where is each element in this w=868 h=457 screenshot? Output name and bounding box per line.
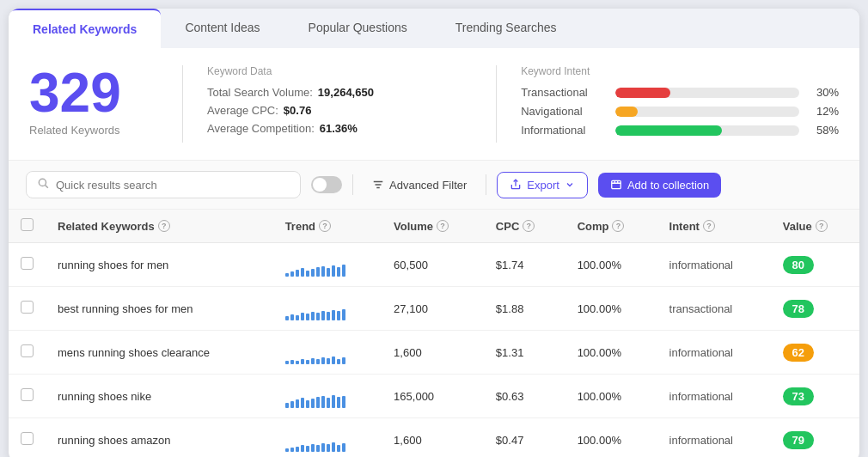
avg-cpc-label: Average CPC:	[207, 104, 278, 117]
header-checkbox[interactable]	[21, 218, 34, 231]
intent-bar-bg-2	[615, 125, 799, 136]
row-checkbox-0[interactable]	[21, 257, 34, 270]
trend-bar-6	[316, 397, 320, 408]
toggle-switch[interactable]	[311, 176, 342, 193]
trend-bar-7	[321, 266, 325, 277]
trend-bar-4	[306, 271, 309, 277]
intent-bar-bg-0	[615, 88, 799, 98]
trend-bar-1	[290, 448, 294, 452]
row-checkbox-cell	[9, 331, 46, 375]
trend-bar-10	[337, 445, 340, 452]
trend-bar-1	[290, 360, 294, 364]
row-intent-0: informational	[657, 243, 771, 287]
trend-bar-5	[311, 444, 315, 452]
keyword-count-block: 329 Related Keywords	[29, 65, 158, 143]
add-to-collection-button[interactable]: Add to collection	[598, 173, 721, 198]
row-volume-4: 1,600	[382, 418, 484, 458]
table-header-row: Related Keywords ? Trend ? Volume	[9, 210, 859, 243]
trend-bar-1	[290, 401, 294, 408]
search-input[interactable]	[56, 179, 290, 192]
trend-bar-0	[285, 448, 289, 452]
row-cpc-3: $0.63	[484, 375, 565, 418]
row-checkbox-cell	[9, 243, 46, 287]
trend-bar-6	[316, 359, 320, 364]
row-intent-4: informational	[657, 418, 771, 458]
keyword-data-block: Keyword Data Total Search Volume: 19,264…	[207, 65, 472, 143]
advanced-filter-label: Advanced Filter	[389, 179, 467, 192]
row-checkbox-1[interactable]	[21, 301, 34, 314]
th-intent: Intent ?	[657, 210, 771, 243]
row-keyword-1: best running shoes for men	[46, 287, 273, 331]
value-badge-0: 80	[783, 256, 814, 274]
row-value-4: 79	[771, 418, 859, 458]
row-comp-2: 100.00%	[565, 331, 657, 375]
th-comp-help-icon[interactable]: ?	[612, 220, 624, 232]
row-intent-1: transactional	[657, 287, 771, 331]
svg-line-1	[46, 186, 48, 188]
keyword-count-label: Related Keywords	[29, 124, 158, 137]
tab-popular-questions[interactable]: Popular Questions	[284, 9, 431, 48]
trend-bar-4	[306, 314, 309, 320]
trend-bar-8	[327, 268, 330, 277]
th-volume-help-icon[interactable]: ?	[437, 220, 449, 232]
row-cpc-2: $1.31	[484, 331, 565, 375]
trend-bar-7	[321, 357, 325, 364]
intent-pct-2: 58%	[808, 124, 839, 137]
search-wrap[interactable]	[26, 171, 301, 198]
trend-bar-7	[321, 443, 325, 452]
row-value-1: 78	[771, 287, 859, 331]
avg-cpc-value: $0.76	[284, 104, 312, 117]
row-checkbox-2[interactable]	[21, 344, 34, 357]
tab-trending-searches[interactable]: Trending Searches	[431, 9, 581, 48]
trend-bar-0	[285, 361, 289, 364]
export-button[interactable]: Export	[497, 172, 588, 198]
th-intent-help-icon[interactable]: ?	[703, 220, 715, 232]
tab-bar: Related Keywords Content Ideas Popular Q…	[9, 9, 859, 48]
row-keyword-3: running shoes nike	[46, 375, 273, 418]
th-comp: Comp ?	[565, 210, 657, 243]
advanced-filter-button[interactable]: Advanced Filter	[364, 174, 475, 197]
tab-content-ideas[interactable]: Content Ideas	[161, 9, 284, 48]
trend-bar-9	[332, 442, 335, 452]
row-volume-2: 1,600	[382, 331, 484, 375]
row-trend-1	[273, 287, 382, 331]
row-trend-4	[273, 418, 382, 458]
toolbar-divider	[352, 174, 353, 195]
th-trend: Trend ?	[273, 210, 382, 243]
total-search-volume-value: 19,264,650	[318, 86, 374, 99]
trend-bar-6	[316, 267, 320, 277]
row-checkbox-4[interactable]	[21, 432, 34, 445]
trend-bar-1	[290, 314, 294, 320]
value-badge-1: 78	[783, 300, 814, 318]
intent-pct-0: 30%	[808, 86, 839, 99]
trend-bar-9	[332, 356, 335, 364]
trend-bar-5	[311, 269, 315, 277]
intent-row-1: Navigational 12%	[521, 105, 839, 118]
intent-row-2: Informational 58%	[521, 124, 839, 137]
intent-label-0: Transactional	[521, 86, 607, 99]
intent-row-0: Transactional 30%	[521, 86, 839, 99]
trend-bar-2	[296, 361, 299, 364]
export-label: Export	[527, 179, 559, 192]
trend-bar-10	[337, 359, 340, 364]
th-cpc-help-icon[interactable]: ?	[523, 220, 535, 232]
row-value-2: 62	[771, 331, 859, 375]
th-keyword-help-icon[interactable]: ?	[158, 220, 170, 232]
intent-bar-1	[615, 107, 638, 117]
trend-bar-6	[316, 445, 320, 452]
row-volume-0: 60,500	[382, 243, 484, 287]
row-checkbox-3[interactable]	[21, 388, 34, 401]
th-value-help-icon[interactable]: ?	[816, 220, 828, 232]
row-comp-1: 100.00%	[565, 287, 657, 331]
intent-bar-bg-1	[615, 107, 799, 117]
trend-bar-3	[301, 268, 304, 277]
tab-related-keywords[interactable]: Related Keywords	[9, 9, 161, 48]
th-trend-help-icon[interactable]: ?	[319, 220, 331, 232]
trend-bar-7	[321, 396, 325, 408]
toggle-wrap	[311, 176, 342, 193]
trend-bar-11	[342, 309, 345, 320]
add-collection-label: Add to collection	[627, 179, 709, 192]
row-volume-1: 27,100	[382, 287, 484, 331]
intent-rows: Transactional 30% Navigational 12% Infor…	[521, 86, 839, 137]
trend-bar-4	[306, 446, 309, 452]
